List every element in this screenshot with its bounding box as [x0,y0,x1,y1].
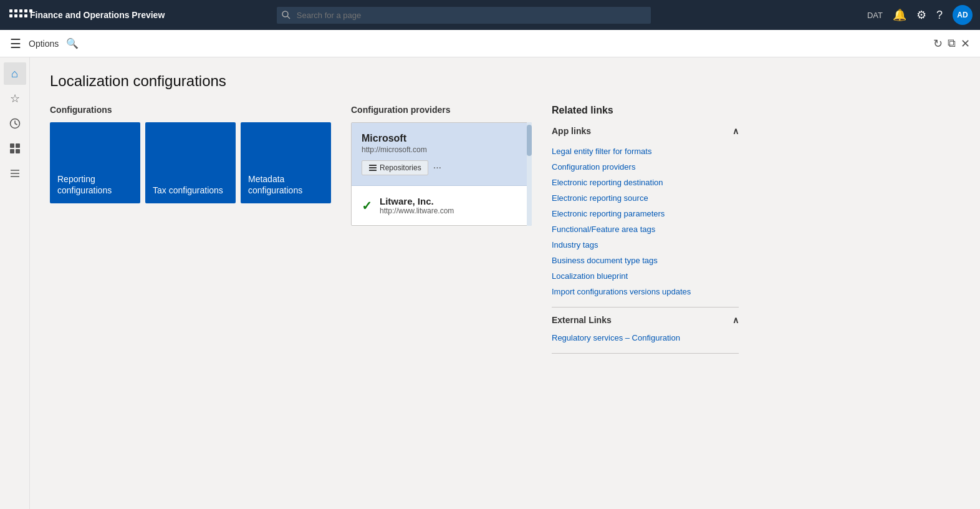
link-industry-tags[interactable]: Industry tags [552,237,739,253]
sidebar-item-workspaces[interactable] [4,137,26,160]
link-localization-blueprint[interactable]: Localization blueprint [552,268,739,284]
microsoft-provider: Microsoft http://microsoft.com Repo [352,123,531,186]
settings-icon[interactable]: ⚙ [916,8,926,22]
subheader-actions: ↻ ⧉ ✕ [933,37,970,51]
clock-icon [9,118,21,129]
search-container [277,7,651,24]
link-regulatory-services[interactable]: Regulatory services – Configuration [552,330,739,346]
external-links-chevron[interactable]: ∧ [733,315,739,325]
workspace-icon [9,143,21,154]
links-divider [552,307,739,308]
repositories-icon [368,163,377,172]
svg-line-4 [15,124,17,125]
page-title: Localization configurations [50,72,960,90]
link-business-doc-type-tags[interactable]: Business document type tags [552,253,739,268]
config-tiles: Reporting configurations Tax configurati… [50,122,331,203]
link-configuration-providers[interactable]: Configuration providers [552,159,739,175]
configurations-section: Configurations Reporting configurations … [50,105,331,203]
apps-menu-icon[interactable] [7,7,22,22]
help-icon[interactable]: ? [936,9,943,22]
app-links-header: App links ∧ [552,126,739,138]
microsoft-provider-url: http://microsoft.com [362,145,521,154]
sidebar-item-home[interactable]: ⌂ [4,62,26,85]
svg-rect-12 [369,165,377,166]
link-functional-feature-tags[interactable]: Functional/Feature area tags [552,221,739,237]
svg-rect-5 [10,143,14,148]
avatar[interactable]: AD [953,5,973,25]
svg-line-1 [287,16,290,19]
close-icon[interactable]: ✕ [961,37,970,51]
litware-provider-name: Litware, Inc. [380,196,454,206]
link-import-configurations[interactable]: Import configurations versions updates [552,284,739,299]
link-er-destination[interactable]: Electronic reporting destination [552,175,739,190]
content-grid: Configurations Reporting configurations … [50,105,960,361]
microsoft-provider-actions: Repositories ··· [362,160,521,175]
svg-rect-8 [16,149,20,153]
link-legal-entity-filter[interactable]: Legal entity filter for formats [552,143,739,159]
sidebar-item-recent[interactable] [4,112,26,135]
more-options-button[interactable]: ··· [433,162,441,173]
reporting-configurations-tile[interactable]: Reporting configurations [50,122,140,203]
app-links-chevron[interactable]: ∧ [733,126,739,136]
external-links-header: External Links ∧ [552,315,739,325]
subheader: ☰ Options 🔍 ↻ ⧉ ✕ [0,30,980,57]
sidebar-item-favorites[interactable]: ☆ [4,87,26,110]
svg-rect-6 [16,143,20,148]
link-er-parameters[interactable]: Electronic reporting parameters [552,206,739,221]
external-links-divider [552,353,739,354]
main-content: ⌂ ☆ Localization con [0,57,980,509]
repositories-button[interactable]: Repositories [362,160,428,175]
sidebar-item-modules[interactable] [4,162,26,185]
left-sidebar: ⌂ ☆ [0,57,30,509]
svg-point-0 [282,11,288,17]
svg-rect-7 [10,149,14,153]
svg-rect-13 [369,167,377,168]
metadata-configurations-tile[interactable]: Metadata configurations [241,122,331,203]
page-content: Localization configurations Configuratio… [30,57,980,509]
hamburger-icon[interactable]: ☰ [10,36,21,51]
litware-provider-url: http://www.litware.com [380,206,454,215]
related-links-title: Related links [552,105,739,116]
active-check-icon: ✓ [362,198,372,213]
topbar: Finance and Operations Preview DAT 🔔 ⚙ ?… [0,0,980,30]
microsoft-provider-name: Microsoft [362,133,521,144]
scrollbar-thumb[interactable] [527,125,532,156]
search-icon [282,11,291,19]
tax-configurations-tile[interactable]: Tax configurations [145,122,236,203]
notifications-icon[interactable]: 🔔 [893,8,906,22]
environment-label: DAT [867,11,883,20]
app-name: Finance and Operations Preview [30,10,165,20]
related-links-section: Related links App links ∧ Legal entity f… [552,105,739,361]
breadcrumb: Options [29,39,59,49]
refresh-icon[interactable]: ↻ [933,37,943,51]
providers-section-title: Configuration providers [351,105,532,115]
providers-section: Configuration providers Microsoft http:/… [351,105,532,226]
subheader-search-icon[interactable]: 🔍 [66,37,79,49]
topbar-right: DAT 🔔 ⚙ ? AD [867,5,973,25]
search-input[interactable] [277,7,651,24]
link-er-source[interactable]: Electronic reporting source [552,190,739,206]
provider-list: Microsoft http://microsoft.com Repo [351,122,532,226]
scrollbar[interactable] [527,122,532,226]
open-new-window-icon[interactable]: ⧉ [948,37,956,50]
modules-icon [9,168,21,179]
litware-provider: ✓ Litware, Inc. http://www.litware.com [352,186,531,225]
configurations-section-title: Configurations [50,105,331,115]
svg-rect-14 [369,170,377,171]
